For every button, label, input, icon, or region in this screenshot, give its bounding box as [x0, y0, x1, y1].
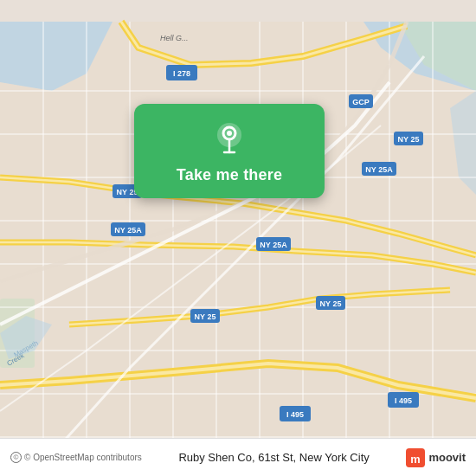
- svg-point-48: [227, 131, 232, 136]
- location-title: Ruby Shen Co, 61st St, New York City: [142, 451, 407, 464]
- svg-text:I 495: I 495: [395, 396, 412, 405]
- map-container: I 278 NY 25 NY 25 NY 25 NY 25A NY 25A NY…: [0, 0, 476, 476]
- attribution-text: © OpenStreetMap contributors: [24, 453, 142, 462]
- svg-text:NY 25: NY 25: [320, 299, 342, 308]
- svg-text:I 495: I 495: [286, 410, 304, 419]
- moovit-text: moovit: [428, 451, 466, 464]
- action-card: Take me there: [134, 104, 325, 198]
- svg-text:Hell G...: Hell G...: [160, 34, 189, 42]
- take-me-there-button[interactable]: Take me there: [177, 166, 282, 184]
- moovit-logo: m moovit: [406, 448, 466, 467]
- svg-text:I 278: I 278: [173, 69, 190, 78]
- svg-text:NY 25A: NY 25A: [365, 165, 393, 174]
- map-attribution: © © OpenStreetMap contributors: [10, 452, 142, 463]
- svg-text:NY 25: NY 25: [195, 312, 216, 321]
- copyright-icon: ©: [10, 452, 22, 463]
- svg-text:m: m: [411, 452, 421, 465]
- svg-text:GCP: GCP: [352, 98, 370, 106]
- svg-text:NY 25A: NY 25A: [260, 241, 287, 249]
- bottom-bar: © © OpenStreetMap contributors Ruby Shen…: [0, 438, 476, 476]
- svg-text:NY 25A: NY 25A: [114, 226, 142, 235]
- location-pin-icon: [210, 119, 248, 158]
- moovit-icon: m: [406, 448, 425, 467]
- svg-text:NY 25: NY 25: [398, 135, 420, 144]
- map-background: I 278 NY 25 NY 25 NY 25 NY 25A NY 25A NY…: [0, 0, 476, 476]
